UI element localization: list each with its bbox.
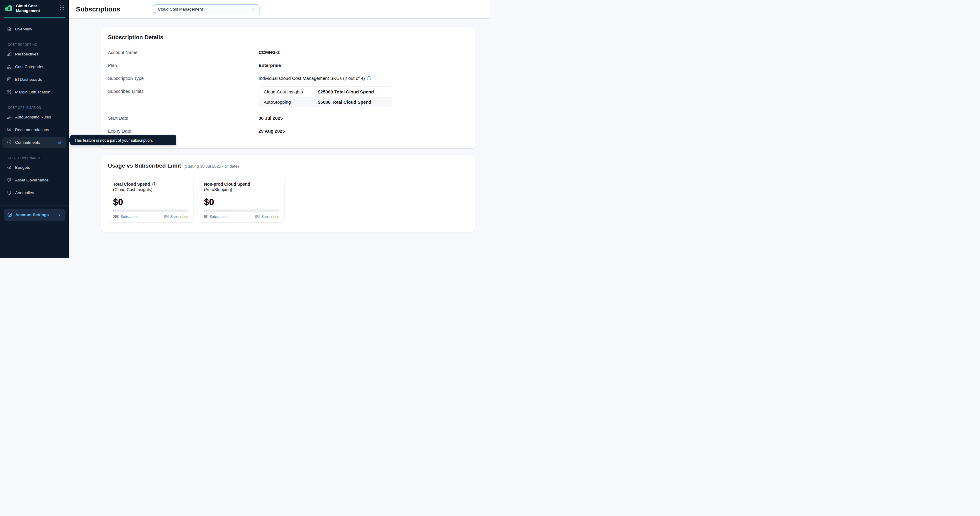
lock-icon: [57, 140, 62, 145]
sidebar-item-account-settings[interactable]: Account Settings: [4, 209, 65, 221]
plan-label: Plan: [108, 63, 259, 68]
usage-title: Usage vs Subscribed Limit: [108, 162, 181, 169]
commitments-clock-icon: [6, 140, 12, 145]
chevron-right-icon: [57, 213, 62, 217]
shield-dollar-icon: $: [6, 178, 12, 183]
expiry-date-value: 29 Aug 2025: [259, 128, 285, 134]
sidebar-item-budgets[interactable]: $ Budgets: [0, 162, 69, 173]
svg-text:$: $: [9, 179, 10, 181]
svg-text:$: $: [8, 6, 10, 11]
page-header: Subscriptions Cloud Cost Management: [69, 0, 490, 19]
sku-name: AutoStopping: [264, 99, 318, 105]
app-grid-icon[interactable]: [60, 5, 65, 10]
account-name-value: CCMNG-2: [259, 50, 280, 55]
usage-bar-labels: 25K Subscribed 0% Subscribed: [113, 215, 188, 219]
shield-alert-icon: [6, 190, 12, 195]
plan-row: Plan Enterprise: [108, 63, 463, 69]
bar-chart-icon: [6, 51, 12, 57]
sidebar-header: $ Cloud Cost Management: [0, 0, 69, 17]
sidebar-item-margin-obfuscation[interactable]: Margin Obfuscation: [0, 87, 69, 98]
info-icon[interactable]: [367, 76, 371, 80]
sidebar-item-bi-dashboards[interactable]: BI Dashboards: [0, 74, 69, 85]
usage-subtitle: (Starting 30 Jul 2025 - till date): [183, 164, 239, 169]
module-select-value: Cloud Cost Management: [158, 7, 203, 11]
usage-title-row: Usage vs Subscribed Limit (Starting 30 J…: [108, 162, 468, 169]
expiry-date-row: Expiry Date 29 Aug 2025: [108, 128, 463, 135]
sku-limit: $5000 Total Cloud Spend: [318, 99, 371, 105]
start-date-row: Start Date 30 Jul 2025: [108, 115, 463, 122]
piggy-bank-icon: $: [6, 165, 12, 170]
subscription-details-title: Subscription Details: [108, 34, 463, 41]
usage-progress-bar: [204, 209, 279, 212]
percent-arrow-icon: [6, 89, 12, 95]
subscribed-limits-label: Subscribed Limits: [108, 89, 259, 94]
mini-card-title: Non-prod Cloud Spend: [204, 182, 250, 186]
sidebar-item-overview[interactable]: Overview: [0, 24, 69, 35]
sidebar-nav: Overview COST REPORTING Perspectives Cos…: [0, 18, 69, 258]
sidebar-item-label: Budgets: [15, 165, 30, 170]
main-area: Subscriptions Cloud Cost Management Subs…: [69, 0, 490, 258]
sidebar-section-cost-optimization: COST OPTIMIZATION: [0, 99, 69, 112]
subscription-type-row: Subscription Type Individual Cloud Cost …: [108, 76, 463, 82]
usage-bar-labels: 5K Subscribed 0% Subscribed: [204, 215, 279, 219]
usage-vs-limit-card: Usage vs Subscribed Limit (Starting 30 J…: [101, 155, 475, 232]
sidebar-item-label: Commitments: [15, 140, 40, 145]
sidebar-item-recommendations[interactable]: Recommendations: [0, 124, 69, 135]
app-title: Cloud Cost Management: [16, 4, 46, 14]
sidebar-item-label: AutoStopping Rules: [15, 115, 51, 119]
svg-text:$: $: [9, 166, 10, 168]
mini-card-subtitle: (Cloud Cost Insights): [113, 187, 188, 192]
sidebar-item-cost-categories[interactable]: Cost Categories: [0, 62, 69, 72]
table-row: Cloud Cost Insights $25000 Total Cloud S…: [259, 86, 392, 97]
tooltip-text: This feature is not a part of your subsc…: [75, 138, 153, 143]
subscription-details-rows: Account Name CCMNG-2 Plan Enterprise Sub…: [108, 50, 463, 135]
start-date-value: 30 Jul 2025: [259, 115, 283, 121]
subscribed-limits-row: Subscribed Limits Cloud Cost Insights $2…: [108, 89, 463, 109]
account-name-label: Account Name: [108, 50, 259, 55]
expiry-date-label: Expiry Date: [108, 128, 259, 134]
subscription-type-label: Subscription Type: [108, 76, 259, 81]
subscription-type-text: Individual Cloud Cost Management SKUs (2…: [259, 76, 365, 81]
table-row: AutoStopping $5000 Total Cloud Spend: [259, 97, 392, 107]
sidebar-item-label: Anomalies: [15, 191, 34, 195]
sidebar-item-label: Asset Governance: [15, 178, 49, 182]
sidebar-section-cost-governance: COST GOVERNANCE: [0, 150, 69, 162]
module-select-dropdown[interactable]: Cloud Cost Management: [154, 4, 259, 14]
usage-mini-cards: Total Cloud Spend (Cloud Cost Insights) …: [108, 176, 468, 223]
sidebar-item-autostopping-rules[interactable]: AutoStopping Rules: [0, 112, 69, 123]
subscription-type-value: Individual Cloud Cost Management SKUs (2…: [259, 76, 371, 81]
plan-value: Enterprise: [259, 63, 281, 68]
total-cloud-spend-card: Total Cloud Spend (Cloud Cost Insights) …: [108, 176, 194, 223]
sidebar-item-label: BI Dashboards: [15, 77, 42, 82]
chevron-down-icon: [251, 7, 256, 11]
usage-progress-fill: [204, 209, 205, 212]
usage-progress-bar: [113, 209, 188, 212]
sidebar-section-cost-reporting: COST REPORTING: [0, 37, 69, 49]
spend-amount: $0: [204, 197, 279, 207]
spend-amount: $0: [113, 197, 188, 207]
non-prod-cloud-spend-card: Non-prod Cloud Spend (AutoStopping) $0 5…: [199, 176, 285, 223]
sidebar-item-anomalies[interactable]: Anomalies: [0, 188, 69, 198]
subscribed-limits-table: Cloud Cost Insights $25000 Total Cloud S…: [259, 86, 392, 107]
account-name-row: Account Name CCMNG-2: [108, 50, 463, 56]
sku-limit: $25000 Total Cloud Spend: [318, 89, 374, 94]
subscription-details-card: Subscription Details Account Name CCMNG-…: [101, 27, 475, 148]
sku-name: Cloud Cost Insights: [264, 89, 318, 94]
mini-card-title: Total Cloud Spend: [113, 182, 150, 186]
usage-progress-fill: [113, 209, 114, 212]
mini-card-subtitle: (AutoStopping): [204, 187, 279, 192]
home-icon: [6, 27, 12, 32]
cloud-cost-management-logo-icon: $: [4, 4, 13, 11]
sidebar-item-label: Overview: [15, 27, 32, 31]
sidebar-item-commitments[interactable]: Commitments: [2, 137, 66, 148]
sidebar-item-perspectives[interactable]: Perspectives: [0, 49, 69, 60]
subscribed-amount-label: 25K Subscribed: [113, 215, 138, 219]
sidebar: $ Cloud Cost Management Overview COST: [0, 0, 69, 258]
sidebar-item-label: Margin Obfuscation: [15, 90, 50, 94]
info-icon[interactable]: [152, 182, 157, 186]
sidebar-bottom-divider: [0, 205, 69, 206]
sidebar-item-label: Account Settings: [15, 212, 49, 217]
sidebar-item-asset-governance[interactable]: $ Asset Governance: [0, 175, 69, 186]
dashboard-image-icon: [6, 77, 12, 82]
subscribed-percent-label: 0% Subscribed: [164, 215, 188, 219]
